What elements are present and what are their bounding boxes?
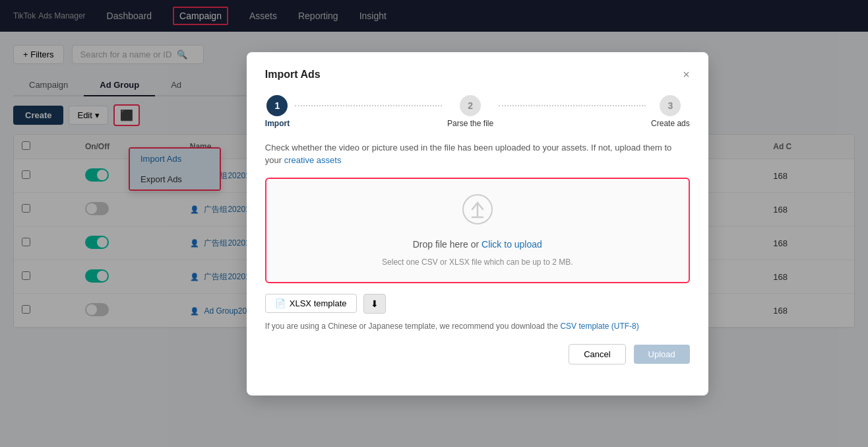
close-icon[interactable]: ×: [683, 68, 690, 82]
step-dots-2: [499, 105, 646, 106]
step-import: 1 Import: [265, 95, 290, 128]
step-2-circle: 2: [460, 95, 481, 116]
step-parse: 2 Parse the file: [447, 95, 493, 128]
step-2-label: Parse the file: [447, 119, 493, 128]
import-ads-modal: Import Ads × 1 Import 2 Parse the file 3…: [247, 52, 708, 342]
stepper: 1 Import 2 Parse the file 3 Create ads: [265, 95, 690, 128]
click-to-upload-link[interactable]: Click to upload: [481, 239, 542, 250]
step-dots-1: [295, 105, 442, 106]
drop-text: Drop file here or Click to upload: [413, 239, 542, 250]
download-icon: ⬇: [371, 298, 379, 309]
file-icon: 📄: [275, 298, 286, 308]
drop-sub-text: Select one CSV or XLSX file which can be…: [382, 258, 573, 267]
modal-description: Check whether the video or picture used …: [265, 141, 690, 167]
modal-note: If you are using a Chinese or Japanese t…: [265, 322, 690, 331]
step-1-circle: 1: [266, 95, 288, 116]
step-1-label: Import: [265, 119, 290, 128]
step-3-circle: 3: [660, 95, 681, 116]
step-create: 3 Create ads: [651, 95, 690, 128]
template-buttons: 📄 XLSX template ⬇: [265, 294, 690, 314]
upload-icon: [462, 193, 493, 231]
modal-header: Import Ads ×: [265, 68, 690, 82]
creative-assets-link[interactable]: creative assets: [284, 155, 342, 165]
xlsx-template-button[interactable]: 📄 XLSX template: [265, 294, 357, 313]
csv-template-link[interactable]: CSV template (UTF-8): [560, 322, 638, 331]
drop-zone[interactable]: Drop file here or Click to upload Select…: [265, 178, 690, 283]
download-button[interactable]: ⬇: [363, 294, 386, 314]
step-3-label: Create ads: [651, 119, 690, 128]
modal-title: Import Ads: [265, 69, 321, 81]
xlsx-label: XLSX template: [290, 298, 347, 308]
